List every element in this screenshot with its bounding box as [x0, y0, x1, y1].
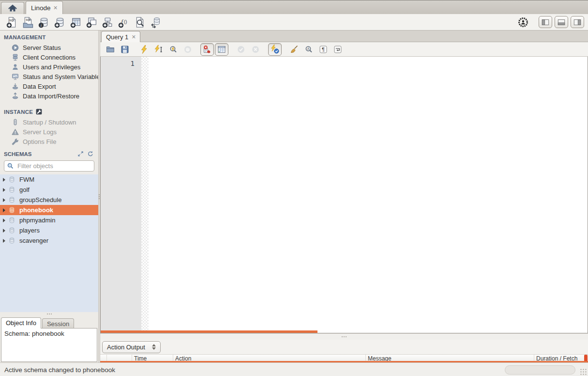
sidebar-item-users-and-privileges[interactable]: Users and Privileges [0, 62, 98, 72]
home-tab[interactable] [1, 2, 24, 14]
find-button[interactable]: A [302, 43, 316, 56]
expander-triangle-icon[interactable] [3, 229, 5, 233]
create-function-button[interactable]: f() [116, 16, 132, 29]
expand-tree-icon[interactable] [77, 151, 84, 157]
editor-output-splitter[interactable] [100, 333, 588, 340]
beautify-button[interactable] [287, 43, 301, 56]
sidebar-item-server-status[interactable]: Server Status [0, 43, 98, 52]
expander-triangle-icon[interactable] [3, 198, 5, 202]
resize-grip[interactable] [580, 368, 587, 375]
search-data-icon [134, 16, 146, 28]
schema-db-icon [8, 227, 15, 234]
schema-filter-input[interactable] [16, 162, 91, 170]
sql-editor[interactable]: 1 [100, 57, 588, 333]
open-file-icon [106, 45, 115, 54]
create-view-button[interactable] [84, 16, 100, 29]
create-procedure-button[interactable] [100, 16, 116, 29]
reconnect-database-button[interactable] [148, 16, 164, 29]
inspect-database-button[interactable]: i [36, 16, 52, 29]
sidebar-item-data-export[interactable]: Data Export [0, 81, 98, 91]
output-column-icon-1[interactable] [107, 355, 132, 361]
schema-label: scavenger [19, 237, 48, 244]
create-function-icon: f() [118, 16, 130, 28]
workbench-status-button[interactable] [517, 16, 529, 29]
action-output-panel: Action Output TimeActionMessageDuration … [100, 340, 588, 362]
output-column-icon-0[interactable] [100, 355, 107, 361]
status-scrollbar-thumb[interactable] [505, 365, 575, 375]
limit-rows-button[interactable] [215, 43, 228, 56]
open-file-button[interactable] [104, 43, 117, 56]
schema-tree: FWMgolfgroupSchedulephonebookphpmyadminp… [0, 174, 98, 312]
schema-golf[interactable]: golf [0, 185, 98, 195]
search-data-button[interactable] [132, 16, 148, 29]
expander-triangle-icon[interactable] [3, 188, 5, 192]
execute-current-button[interactable] [152, 43, 166, 56]
output-column-message[interactable]: Message [366, 355, 534, 361]
autocommit-button[interactable] [268, 43, 282, 56]
toggle-right-panel-button[interactable] [571, 16, 584, 28]
editor-horizontal-scrollbar[interactable] [101, 330, 317, 333]
toggle-bottom-panel-button[interactable] [555, 16, 568, 28]
close-tab-icon[interactable]: × [54, 4, 58, 11]
sidebar-splitter-handle[interactable] [0, 312, 98, 316]
new-sql-tab-button[interactable]: SQL [4, 16, 20, 29]
sidebar-item-data-import-restore[interactable]: Data Import/Restore [0, 91, 98, 101]
info-tab-object-info[interactable]: Object Info [1, 317, 41, 329]
info-tab-session[interactable]: Session [42, 318, 74, 328]
wrap-icon [333, 45, 343, 54]
sidebar-item-label: Client Connections [23, 54, 75, 61]
query-tab[interactable]: Query 1 × [101, 31, 140, 42]
reconnect-database-icon [150, 16, 162, 28]
object-info-content: Schema: phonebook [1, 328, 97, 362]
rollback-icon [251, 45, 260, 54]
toggle-left-panel-button[interactable] [539, 16, 552, 28]
refresh-schemas-icon[interactable] [87, 151, 93, 157]
schema-scavenger[interactable]: scavenger [0, 235, 98, 246]
rollback-button[interactable] [249, 43, 262, 56]
main-toolbar-right [517, 16, 584, 29]
sidebar-item-label: Server Status [23, 44, 61, 51]
create-table-button[interactable] [68, 16, 84, 29]
execute-button[interactable] [137, 43, 151, 56]
output-vertical-scrollbar[interactable] [584, 355, 588, 361]
wrap-button[interactable] [331, 43, 345, 56]
connection-tab-label: Linode [31, 4, 51, 12]
stop-button[interactable] [181, 43, 195, 56]
sidebar-item-options-file[interactable]: Options File [0, 137, 98, 146]
schema-groupschedule[interactable]: groupSchedule [0, 195, 98, 205]
schema-phonebook[interactable]: phonebook [0, 205, 98, 215]
save-button[interactable] [118, 43, 132, 56]
invisibles-button[interactable]: ¶ [317, 43, 330, 56]
expander-triangle-icon[interactable] [3, 208, 5, 212]
sidebar-item-client-connections[interactable]: Client Connections [0, 52, 98, 62]
output-column-duration-fetch[interactable]: Duration / Fetch [534, 355, 588, 361]
editor-text-area[interactable] [149, 57, 588, 333]
expander-triangle-icon[interactable] [3, 239, 5, 243]
svg-text:¶: ¶ [322, 47, 325, 52]
sidebar-item-status-and-system-variables[interactable]: Status and System Variables [0, 72, 98, 81]
stop-on-error-button[interactable] [200, 43, 214, 56]
sidebar-item-label: Data Import/Restore [23, 93, 79, 100]
open-sql-script-button[interactable]: SQL [20, 16, 36, 29]
autocommit-icon [270, 45, 280, 54]
expander-triangle-icon[interactable] [3, 178, 5, 182]
sidebar-item-server-logs[interactable]: Server Logs [0, 127, 98, 137]
expander-triangle-icon[interactable] [3, 219, 5, 222]
sidebar-item-startup-shutdown[interactable]: Startup / Shutdown [0, 117, 98, 127]
schema-fwm[interactable]: FWM [0, 174, 98, 185]
new-sql-tab-icon: SQL [6, 16, 18, 28]
output-column-time[interactable]: Time [132, 355, 173, 361]
schema-phpmyadmin[interactable]: phpmyadmin [0, 215, 98, 225]
connection-tab[interactable]: Linode × [26, 1, 63, 14]
main-toolbar: SQLSQLif() [0, 14, 588, 31]
commit-button[interactable] [234, 43, 248, 56]
output-column-action[interactable]: Action [173, 355, 366, 361]
svg-text:(): () [124, 19, 127, 24]
explain-button[interactable] [166, 43, 180, 56]
startup-shutdown-icon [11, 118, 19, 126]
execute-current-icon [154, 45, 164, 54]
create-schema-button[interactable] [52, 16, 68, 29]
query-tab-close-icon[interactable]: × [132, 33, 136, 40]
schema-players[interactable]: players [0, 225, 98, 235]
output-selector[interactable]: Action Output [102, 341, 161, 353]
